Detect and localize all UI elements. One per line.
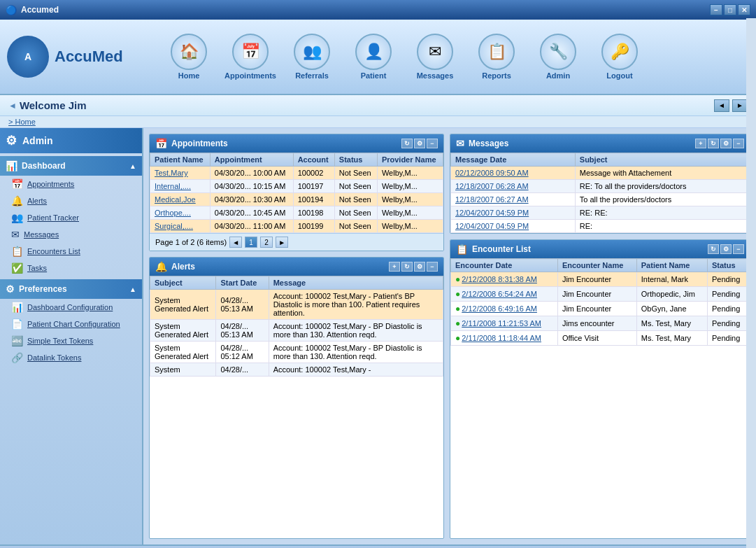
alert-col-start-date: Start Date bbox=[216, 276, 269, 290]
messages-settings-button[interactable]: ⚙ bbox=[720, 139, 732, 148]
alerts-panel-header: 🔔 Alerts + ↻ ⚙ − bbox=[150, 258, 443, 276]
patient-link[interactable]: Orthope.... bbox=[155, 209, 191, 217]
dashboard-config-icon: 📊 bbox=[11, 302, 23, 313]
messages-refresh-button[interactable]: ↻ bbox=[708, 139, 719, 148]
alerts-settings-button[interactable]: ⚙ bbox=[414, 262, 425, 272]
dashboard-config-link[interactable]: Dashboard Configuration bbox=[27, 303, 113, 311]
appointments-refresh-button[interactable]: ↻ bbox=[401, 139, 413, 148]
page-1-button[interactable]: 1 bbox=[245, 237, 257, 248]
appt-time-cell: 04/30/20... 10:15 AM bbox=[210, 180, 293, 193]
patient-link[interactable]: Internal,.... bbox=[155, 182, 191, 190]
patient-chart-config-link[interactable]: Patient Chart Configuration bbox=[27, 320, 120, 328]
nav-patient-label: Patient bbox=[361, 71, 387, 80]
messages-panel-title: Messages bbox=[469, 139, 508, 148]
sidebar-item-alerts[interactable]: 🔔 Alerts bbox=[0, 192, 142, 209]
messages-panel-header: ✉ Messages + ↻ ⚙ − bbox=[450, 134, 750, 153]
appointments-pagination: Page 1 of 2 (6 items) ◄ 1 2 ► bbox=[150, 233, 443, 251]
nav-home[interactable]: 🏠 Home bbox=[161, 34, 217, 80]
sidebar-item-patient-chart-config[interactable]: 📄 Patient Chart Configuration bbox=[0, 316, 142, 332]
msg-date-link[interactable]: 12/18/2007 06:27 AM bbox=[455, 195, 529, 204]
appt-provider-cell: Welby,M... bbox=[377, 206, 443, 220]
messages-link[interactable]: Messages bbox=[24, 230, 59, 239]
encounters-list-link[interactable]: Encounters List bbox=[27, 247, 80, 255]
encounters-settings-button[interactable]: ⚙ bbox=[720, 244, 732, 254]
appt-account-cell: 100194 bbox=[293, 193, 334, 206]
patient-tracker-link[interactable]: Patient Tracker bbox=[27, 213, 79, 222]
appt-col-provider: Provider Name bbox=[377, 153, 443, 167]
nav-logout-label: Logout bbox=[606, 71, 632, 80]
enc-name-cell: Jim Encounter bbox=[557, 272, 636, 287]
msg-subject-cell: RE: bbox=[575, 220, 749, 233]
messages-icon: ✉ bbox=[417, 34, 453, 70]
patient-link[interactable]: Test,Mary bbox=[155, 169, 188, 177]
messages-minimize-button[interactable]: − bbox=[733, 139, 744, 148]
close-button[interactable]: ✕ bbox=[738, 4, 750, 15]
nav-forward-button[interactable]: ► bbox=[732, 99, 748, 112]
msg-date-link[interactable]: 12/04/2007 04:59 PM bbox=[455, 222, 529, 230]
sidebar-item-datalink-tokens[interactable]: 🔗 Datalink Tokens bbox=[0, 349, 142, 366]
msg-date-link[interactable]: 12/04/2007 04:59 PM bbox=[455, 209, 529, 217]
alerts-minimize-button[interactable]: − bbox=[427, 262, 438, 272]
appointments-minimize-button[interactable]: − bbox=[427, 139, 438, 148]
dashboard-section-header[interactable]: 📊 Dashboard ▲ bbox=[0, 156, 142, 176]
alerts-link[interactable]: Alerts bbox=[27, 197, 47, 205]
messages-add-button[interactable]: + bbox=[695, 139, 706, 148]
nav-back-button[interactable]: ◄ bbox=[714, 99, 729, 112]
enc-date-link[interactable]: 2/11/2008 11:21:53 AM bbox=[462, 319, 541, 328]
page-2-button[interactable]: 2 bbox=[260, 237, 273, 248]
sidebar-item-dashboard-config[interactable]: 📊 Dashboard Configuration bbox=[0, 299, 142, 316]
datalink-tokens-link[interactable]: Datalink Tokens bbox=[27, 353, 81, 362]
sidebar-item-patient-tracker[interactable]: 👥 Patient Tracker bbox=[0, 209, 142, 226]
sidebar-item-appointments[interactable]: 📅 Appointments bbox=[0, 176, 142, 192]
nav-appointments-label: Appointments bbox=[224, 71, 276, 80]
alerts-add-button[interactable]: + bbox=[389, 262, 400, 272]
patient-link[interactable]: Medical,Joe bbox=[155, 195, 196, 204]
page-next-button[interactable]: ► bbox=[276, 237, 288, 248]
alerts-refresh-button[interactable]: ↻ bbox=[401, 262, 413, 272]
sidebar-item-simple-text-tokens[interactable]: 🔤 Simple Text Tokens bbox=[0, 332, 142, 349]
nav-appointments[interactable]: 📅 Appointments bbox=[222, 34, 278, 80]
enc-date-link[interactable]: 2/12/2008 6:49:16 AM bbox=[462, 304, 537, 313]
appointments-link[interactable]: Appointments bbox=[27, 180, 74, 188]
patient-link[interactable]: Surgical,.... bbox=[155, 222, 193, 230]
nav-patient[interactable]: 👤 Patient bbox=[345, 34, 401, 80]
enc-date-link[interactable]: 2/12/2008 8:31:38 AM bbox=[462, 275, 537, 283]
sidebar-item-messages[interactable]: ✉ Messages bbox=[0, 226, 142, 243]
preferences-section-header[interactable]: ⚙ Preferences ▲ bbox=[0, 279, 142, 299]
encounters-minimize-button[interactable]: − bbox=[733, 244, 744, 254]
appt-patient-cell: Internal,.... bbox=[150, 180, 211, 193]
sidebar-section-dashboard: 📊 Dashboard ▲ 📅 Appointments 🔔 Alerts 👥 … bbox=[0, 156, 142, 276]
encounters-list-icon: 📋 bbox=[11, 246, 23, 257]
enc-date-link[interactable]: 2/12/2008 6:54:24 AM bbox=[462, 290, 537, 298]
nav-referrals[interactable]: 👥 Referrals bbox=[284, 34, 340, 80]
appt-col-account: Account bbox=[293, 153, 334, 167]
enc-date-link[interactable]: 2/11/2008 11:18:44 AM bbox=[462, 334, 541, 342]
nav-messages[interactable]: ✉ Messages bbox=[407, 34, 463, 80]
sidebar-item-encounters-list[interactable]: 📋 Encounters List bbox=[0, 243, 142, 260]
nav-admin[interactable]: 🔧 Admin bbox=[530, 34, 586, 80]
appointments-settings-button[interactable]: ⚙ bbox=[414, 139, 425, 148]
nav-messages-label: Messages bbox=[417, 71, 454, 80]
breadcrumb-home-link[interactable]: > Home bbox=[8, 118, 36, 126]
msg-date-link[interactable]: 02/12/2008 09:50 AM bbox=[455, 169, 529, 177]
sidebar-item-tasks[interactable]: ✅ Tasks bbox=[0, 260, 142, 276]
maximize-button[interactable]: □ bbox=[724, 4, 736, 15]
reports-icon: 📋 bbox=[478, 34, 515, 70]
enc-status-cell: Pending bbox=[707, 272, 749, 287]
simple-text-tokens-icon: 🔤 bbox=[11, 335, 23, 346]
simple-text-tokens-link[interactable]: Simple Text Tokens bbox=[27, 337, 93, 345]
encounters-refresh-button[interactable]: ↻ bbox=[708, 244, 719, 254]
table-row: System Generated Alert 04/28/... 05:13 A… bbox=[150, 320, 443, 342]
messages-panel: ✉ Messages + ↻ ⚙ − Message Date Subject bbox=[450, 134, 750, 234]
nav-logout[interactable]: 🔑 Logout bbox=[592, 34, 648, 80]
page-prev-button[interactable]: ◄ bbox=[229, 237, 242, 248]
minimize-button[interactable]: − bbox=[710, 4, 722, 15]
msg-subject-cell: Message with Attachement bbox=[575, 167, 749, 180]
tasks-icon: ✅ bbox=[11, 262, 23, 274]
tasks-link[interactable]: Tasks bbox=[27, 264, 47, 272]
nav-bar: A AccuMed 🏠 Home 📅 Appointments 👥 Referr… bbox=[0, 20, 756, 95]
nav-reports[interactable]: 📋 Reports bbox=[469, 34, 525, 80]
enc-status-cell: Pending bbox=[707, 302, 749, 316]
encounters-scrollbar[interactable] bbox=[746, 239, 750, 539]
msg-date-link[interactable]: 12/18/2007 06:28 AM bbox=[455, 182, 529, 190]
